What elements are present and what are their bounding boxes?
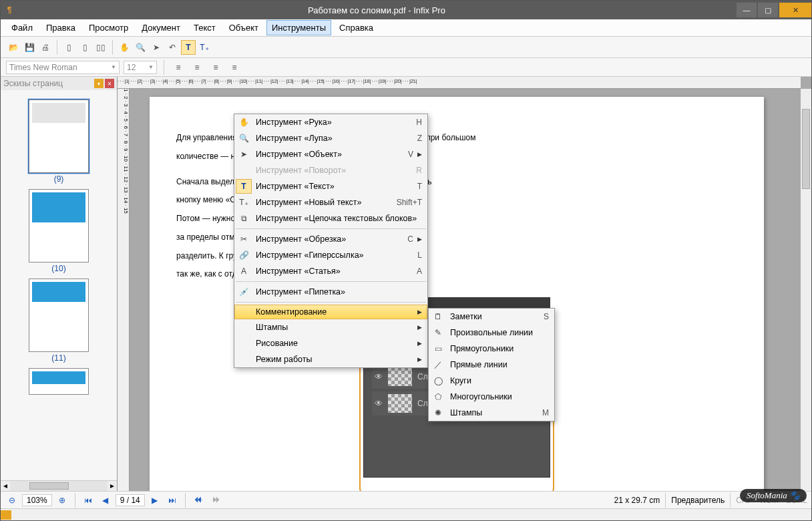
hand-icon: ✋: [236, 115, 252, 130]
minimize-button[interactable]: —: [737, 3, 757, 17]
menu-item[interactable]: ➤Инструмент «Объект»V▶: [234, 146, 427, 162]
menubar: Файл Правка Просмотр Документ Текст Объе…: [1, 19, 811, 37]
menu-text[interactable]: Текст: [188, 20, 221, 35]
submenu-item[interactable]: 🗒ЗаметкиS: [429, 309, 554, 325]
nav-fwd-button[interactable]: ⯮: [208, 494, 223, 507]
menu-item[interactable]: 🔍Инструмент «Лупа»Z: [234, 130, 427, 146]
stamp-icon: ✺: [430, 405, 446, 420]
blank-icon: [236, 305, 252, 319]
thumb-11[interactable]: [29, 279, 89, 352]
prev-page-button[interactable]: ◀: [98, 494, 113, 507]
menu-item[interactable]: 🔗Инструмент «Гиперссылка»L: [234, 247, 427, 263]
submenu-arrow-icon: ▶: [413, 151, 422, 158]
text-plus-tool-icon[interactable]: T₊: [197, 40, 212, 55]
thumb-9-label: (9): [1, 174, 117, 184]
menu-item[interactable]: ✂Инструмент «Обрезка»C▶: [234, 231, 427, 247]
menu-item[interactable]: AИнструмент «Статья»A: [234, 263, 427, 279]
font-size-combo[interactable]: 12▼: [124, 61, 157, 74]
align-center-icon[interactable]: ≡: [190, 60, 204, 75]
menu-file[interactable]: Файл: [6, 20, 38, 35]
menu-item[interactable]: Режим работы▶: [234, 351, 427, 367]
thumbnails-hscroll[interactable]: ◂▸: [1, 480, 117, 491]
font-name: Times New Roman: [9, 63, 77, 72]
menu-object[interactable]: Объект: [224, 20, 264, 35]
link-icon: 🔗: [236, 248, 252, 263]
commenting-submenu: 🗒ЗаметкиS✎Произвольные линии▭Прямоугольн…: [428, 308, 555, 421]
submenu-item[interactable]: ▭Прямоугольники: [429, 341, 554, 357]
menu-document[interactable]: Документ: [136, 20, 186, 35]
menu-item[interactable]: Комментирование▶: [234, 305, 427, 319]
page-dimensions: 21 x 29.7 cm: [614, 496, 660, 505]
menu-help[interactable]: Справка: [334, 20, 379, 35]
crop-icon: ✂: [236, 232, 252, 246]
first-page-button[interactable]: ⏮: [81, 494, 95, 507]
vertical-scrollbar[interactable]: [801, 89, 811, 491]
thumb-10-label: (10): [1, 264, 117, 273]
window-title: Работаем со слоями.pdf - Infix Pro: [18, 5, 735, 15]
bottom-strip: [1, 508, 811, 520]
doc2-icon[interactable]: ▯: [77, 40, 92, 55]
menu-item[interactable]: Рисование▶: [234, 335, 427, 351]
font-combo[interactable]: Times New Roman▼: [6, 61, 120, 74]
thumb-9[interactable]: [29, 100, 89, 173]
undo-icon[interactable]: ↶: [165, 40, 180, 55]
thumbnails-list[interactable]: (9) (10) (11): [1, 90, 117, 480]
submenu-arrow-icon: ▶: [413, 324, 422, 331]
menu-item[interactable]: 💉Инструмент «Пипетка»: [234, 284, 427, 300]
menu-view[interactable]: Просмотр: [83, 20, 134, 35]
menu-edit[interactable]: Правка: [41, 20, 81, 35]
app-window: ¶ Работаем со слоями.pdf - Infix Pro — ▢…: [0, 0, 812, 521]
doc1-icon[interactable]: ▯: [61, 40, 76, 55]
zoom-out-button[interactable]: ⊖: [5, 494, 19, 507]
align-right-icon[interactable]: ≡: [208, 60, 223, 75]
workspace: Эскизы страниц ▾ × (9) (10) (11) ◂▸ · · …: [1, 77, 811, 491]
save-icon[interactable]: 💾: [22, 40, 37, 55]
submenu-item[interactable]: ✺ШтампыM: [429, 405, 554, 421]
align-left-icon[interactable]: ≡: [171, 60, 186, 75]
menu-item[interactable]: ⧉Инструмент «Цепочка текстовых блоков»: [234, 210, 427, 226]
next-page-button[interactable]: ▶: [148, 494, 162, 507]
ruler-vertical: 1 · 2 · 3 · 4 · 5 · 6 · 7 · 8 · 9 · 10 ·…: [118, 89, 130, 491]
nav-back-button[interactable]: ⯬: [191, 494, 206, 507]
maximize-button[interactable]: ▢: [758, 3, 778, 17]
zoom-in-button[interactable]: ⊕: [55, 494, 69, 507]
blank-icon: [236, 163, 252, 178]
document-viewport[interactable]: Для управления порядком слоёв и редактир…: [130, 89, 801, 491]
text-tool-icon[interactable]: T: [181, 40, 196, 55]
page-field[interactable]: 9 / 14: [116, 494, 145, 506]
pointer-tool-icon[interactable]: ➤: [149, 40, 164, 55]
submenu-item[interactable]: ◯Круги: [429, 373, 554, 389]
submenu-item[interactable]: ✎Произвольные линии: [429, 325, 554, 341]
thumb-10[interactable]: [29, 189, 89, 263]
submenu-item[interactable]: ⬠Многоугольники: [429, 389, 554, 405]
blank-icon: [236, 336, 252, 351]
doc-pair-icon[interactable]: ▯▯: [93, 40, 108, 55]
thumbnails-menu-button[interactable]: ▾: [94, 79, 104, 88]
submenu-arrow-icon: ▶: [413, 356, 422, 363]
menu-tools[interactable]: Инструменты: [266, 20, 331, 35]
watermark-logo: SoftoMania 🐾: [740, 489, 807, 502]
open-icon[interactable]: 📂: [6, 40, 21, 55]
zoom-tool-icon[interactable]: 🔍: [133, 40, 148, 55]
thumbnails-panel: Эскизы страниц ▾ × (9) (10) (11) ◂▸: [1, 77, 118, 491]
submenu-item[interactable]: ／Прямые линии: [429, 357, 554, 373]
pipette-icon: 💉: [236, 285, 252, 299]
thumbnails-title: Эскизы страниц: [3, 79, 94, 88]
close-button[interactable]: ✕: [779, 3, 811, 17]
blank-icon: [236, 352, 252, 367]
align-justify-icon[interactable]: ≡: [227, 60, 242, 75]
format-toolbar: Times New Roman▼ 12▼ ≡ ≡ ≡ ≡: [1, 58, 811, 77]
menu-item[interactable]: ✋Инструмент «Рука»H: [234, 114, 427, 130]
last-page-button[interactable]: ⏭: [165, 494, 180, 507]
thumb-12[interactable]: [29, 368, 89, 395]
zoom-icon: 🔍: [236, 131, 252, 146]
menu-item[interactable]: Штампы▶: [234, 319, 427, 335]
print-icon[interactable]: 🖨: [38, 40, 53, 55]
menu-item[interactable]: T₊Инструмент «Новый текст»Shift+T: [234, 194, 427, 210]
font-size: 12: [127, 63, 136, 72]
menu-item[interactable]: TИнструмент «Текст»T: [234, 178, 427, 194]
thumbnails-close-button[interactable]: ×: [105, 79, 114, 88]
zoom-field[interactable]: 103%: [22, 494, 52, 506]
hand-tool-icon[interactable]: ✋: [117, 40, 132, 55]
menu-item[interactable]: Инструмент «Поворот»R: [234, 162, 427, 178]
